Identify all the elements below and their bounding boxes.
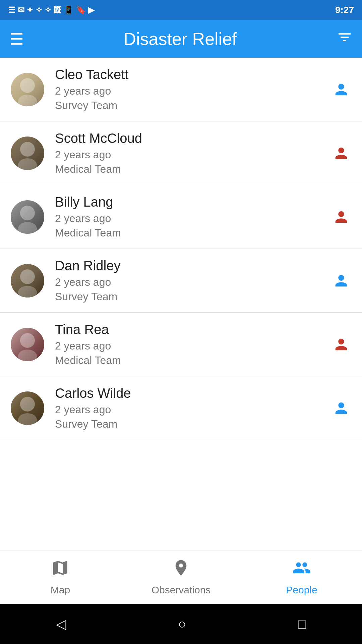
status-left-icons: ☰ ✉ ✦ ✧ ✧ 🖼 📱 🔖 ▶ <box>8 5 94 15</box>
observations-label: Observations <box>152 584 211 596</box>
person-name-cleo-tackett: Cleo Tackett <box>55 67 331 82</box>
status-bar: ☰ ✉ ✦ ✧ ✧ 🖼 📱 🔖 ▶ 9:27 <box>0 0 362 20</box>
person-time-dan-ridley: 2 years ago <box>55 276 331 288</box>
person-team-tina-rea: Medical Team <box>55 354 331 367</box>
person-team-dan-ridley: Survey Team <box>55 290 331 303</box>
person-name-dan-ridley: Dan Ridley <box>55 258 331 273</box>
map-icon <box>51 558 70 582</box>
person-status-icon-billy-lang <box>331 207 351 227</box>
avatar-tina-rea <box>11 328 44 361</box>
list-item-scott-mccloud[interactable]: Scott McCloud2 years agoMedical Team <box>0 121 362 185</box>
person-time-billy-lang: 2 years ago <box>55 212 331 225</box>
app-title: Disaster Relief <box>123 29 237 49</box>
app-bar: ☰ Disaster Relief <box>0 20 362 58</box>
bottom-nav: Map Observations People <box>0 550 362 604</box>
person-status-icon-cleo-tackett <box>331 79 351 100</box>
item-info-billy-lang: Billy Lang2 years agoMedical Team <box>55 195 331 239</box>
nav-item-observations[interactable]: Observations <box>121 553 241 601</box>
person-time-scott-mccloud: 2 years ago <box>55 149 331 161</box>
person-time-tina-rea: 2 years ago <box>55 340 331 352</box>
map-label: Map <box>51 584 70 596</box>
recents-button[interactable]: □ <box>298 616 306 632</box>
avatar-carlos-wilde <box>11 391 44 425</box>
avatar-scott-mccloud <box>11 137 44 170</box>
svg-point-1 <box>20 78 35 93</box>
person-status-icon-dan-ridley <box>331 271 351 291</box>
item-info-cleo-tackett: Cleo Tackett2 years agoSurvey Team <box>55 67 331 112</box>
avatar-billy-lang <box>11 200 44 234</box>
person-name-carlos-wilde: Carlos Wilde <box>55 386 331 401</box>
android-nav-bar: ◁ ○ □ <box>0 604 362 644</box>
list-item-tina-rea[interactable]: Tina Rea2 years agoMedical Team <box>0 313 362 376</box>
person-status-icon-scott-mccloud <box>331 143 351 163</box>
person-team-carlos-wilde: Survey Team <box>55 418 331 430</box>
people-list: Cleo Tackett2 years agoSurvey Team Scott… <box>0 58 362 550</box>
observations-icon <box>172 558 190 582</box>
notification-icons: ☰ ✉ ✦ ✧ ✧ 🖼 📱 🔖 ▶ <box>8 5 94 15</box>
people-label: People <box>286 584 317 596</box>
svg-point-16 <box>20 397 35 412</box>
item-info-carlos-wilde: Carlos Wilde2 years agoSurvey Team <box>55 386 331 430</box>
list-item-dan-ridley[interactable]: Dan Ridley2 years agoSurvey Team <box>0 249 362 313</box>
svg-point-7 <box>20 206 35 220</box>
avatar-cleo-tackett <box>11 73 44 106</box>
person-name-scott-mccloud: Scott McCloud <box>55 131 331 146</box>
person-team-scott-mccloud: Medical Team <box>55 163 331 175</box>
nav-item-map[interactable]: Map <box>0 553 121 601</box>
item-info-scott-mccloud: Scott McCloud2 years agoMedical Team <box>55 131 331 175</box>
avatar-dan-ridley <box>11 264 44 298</box>
item-info-tina-rea: Tina Rea2 years agoMedical Team <box>55 322 331 367</box>
list-item-billy-lang[interactable]: Billy Lang2 years agoMedical Team <box>0 185 362 249</box>
person-status-icon-tina-rea <box>331 334 351 355</box>
person-team-billy-lang: Medical Team <box>55 227 331 239</box>
svg-point-13 <box>20 333 35 348</box>
filter-icon[interactable] <box>337 29 353 49</box>
person-status-icon-carlos-wilde <box>331 398 351 418</box>
menu-icon[interactable]: ☰ <box>9 30 24 48</box>
back-button[interactable]: ◁ <box>56 616 66 632</box>
svg-point-10 <box>20 269 35 284</box>
home-button[interactable]: ○ <box>178 616 186 632</box>
person-name-tina-rea: Tina Rea <box>55 322 331 337</box>
nav-item-people[interactable]: People <box>241 553 362 601</box>
person-time-cleo-tackett: 2 years ago <box>55 85 331 97</box>
person-team-cleo-tackett: Survey Team <box>55 99 331 112</box>
list-item-cleo-tackett[interactable]: Cleo Tackett2 years agoSurvey Team <box>0 58 362 121</box>
item-info-dan-ridley: Dan Ridley2 years agoSurvey Team <box>55 258 331 303</box>
svg-point-4 <box>20 142 35 157</box>
person-name-billy-lang: Billy Lang <box>55 195 331 210</box>
people-icon <box>292 558 311 582</box>
status-time: 9:27 <box>335 5 354 15</box>
list-item-carlos-wilde[interactable]: Carlos Wilde2 years agoSurvey Team <box>0 376 362 440</box>
person-time-carlos-wilde: 2 years ago <box>55 404 331 416</box>
